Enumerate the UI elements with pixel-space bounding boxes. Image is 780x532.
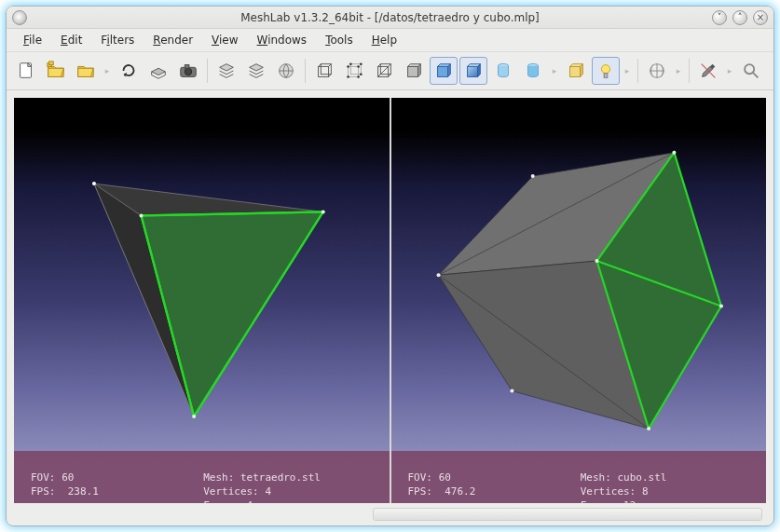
toolbar-overflow-icon-4[interactable]: ▸ [673, 66, 684, 75]
svg-point-18 [347, 75, 349, 78]
toolbar-overflow-icon-2[interactable]: ▸ [549, 66, 560, 75]
toolbar: ▸ ▸ ▸ ▸ ▸ [7, 51, 773, 90]
svg-point-19 [357, 75, 360, 78]
window-title: MeshLab v1.3.2_64bit - [/datos/tetraedro… [7, 11, 773, 24]
menu-render[interactable]: Render [145, 32, 200, 48]
faces-label: Faces: [581, 499, 618, 503]
import-mesh-button[interactable] [72, 57, 100, 85]
globe-button[interactable] [272, 57, 300, 85]
svg-rect-15 [350, 64, 361, 75]
fov-label: FOV: [408, 471, 433, 484]
snapshot-button[interactable] [174, 57, 202, 85]
fps-label: FPS: [408, 485, 433, 498]
svg-rect-30 [408, 66, 418, 76]
viewport-right[interactable]: FOV: 60 FPS: 476.2 Mesh: cubo.stl Vertic… [390, 98, 767, 503]
svg-point-72 [510, 389, 513, 393]
cube-mesh [391, 98, 767, 503]
mesh-value: tetraedro.stl [240, 471, 321, 484]
fps-value: 238.1 [68, 485, 99, 498]
svg-point-22 [360, 73, 363, 75]
svg-point-58 [322, 210, 325, 213]
svg-rect-36 [468, 66, 478, 76]
menubar: File Edit Filters Render View Windows To… [7, 29, 773, 51]
cylinder-b-button[interactable] [519, 57, 547, 85]
light-button[interactable] [592, 57, 620, 85]
menu-file[interactable]: File [16, 32, 49, 48]
svg-point-48 [745, 64, 754, 74]
vertices-label: Vertices: [203, 485, 259, 498]
minimize-button[interactable]: ˅ [712, 10, 727, 25]
viewport-left[interactable]: FOV: 60 FPS: 238.1 Mesh: tetraedro.stl V… [14, 98, 390, 503]
svg-point-44 [601, 65, 609, 74]
svg-point-69 [595, 259, 598, 263]
svg-point-57 [140, 213, 144, 217]
svg-point-66 [436, 273, 440, 277]
svg-marker-43 [581, 64, 583, 77]
flat-shading-button[interactable] [430, 57, 458, 85]
svg-marker-52 [142, 211, 323, 416]
select-face-button[interactable] [562, 57, 590, 85]
toolbar-overflow-icon[interactable]: ▸ [102, 66, 113, 75]
svg-point-71 [647, 427, 650, 430]
svg-point-21 [360, 62, 363, 65]
svg-point-56 [92, 182, 96, 185]
svg-marker-32 [418, 64, 421, 77]
menu-help[interactable]: Help [364, 32, 404, 48]
content-area: FOV: 60 FPS: 238.1 Mesh: tetraedro.stl V… [7, 90, 773, 525]
bbox-button[interactable] [310, 57, 338, 85]
export-mesh-button[interactable] [144, 57, 172, 85]
layers-a-button[interactable] [212, 57, 240, 85]
menu-filters[interactable]: Filters [93, 32, 142, 48]
maximize-button[interactable]: ˄ [732, 10, 747, 25]
toolbar-overflow-icon-3[interactable]: ▸ [622, 66, 633, 75]
new-project-button[interactable] [12, 57, 40, 85]
vertices-value: 8 [642, 485, 649, 498]
mesh-label: Mesh: [581, 471, 611, 484]
application-window: MeshLab v1.3.2_64bit - [/datos/tetraedro… [6, 6, 774, 526]
menu-view[interactable]: View [204, 32, 245, 48]
layers-b-button[interactable] [242, 57, 270, 85]
toolbar-overflow-icon-5[interactable]: ▸ [724, 66, 735, 75]
svg-point-68 [672, 151, 676, 155]
app-icon [12, 10, 27, 25]
svg-line-49 [753, 73, 759, 78]
svg-rect-9 [319, 66, 329, 76]
faces-value: 12 [623, 499, 636, 503]
horizontal-scrollbar[interactable] [373, 508, 762, 521]
menu-tools[interactable]: Tools [318, 32, 361, 48]
tetrahedron-mesh [14, 98, 390, 503]
svg-point-6 [185, 68, 191, 75]
mesh-value: cubo.stl [617, 471, 666, 484]
svg-rect-7 [185, 65, 189, 69]
menu-windows[interactable]: Windows [250, 32, 315, 48]
mesh-label: Mesh: [203, 471, 234, 484]
menu-edit[interactable]: Edit [53, 32, 89, 48]
svg-point-16 [347, 65, 349, 68]
flatlines-button[interactable] [400, 57, 428, 85]
fps-label: FPS: [31, 485, 56, 498]
globe-wire-button[interactable] [643, 57, 671, 85]
faces-value: 4 [247, 499, 253, 503]
titlebar[interactable]: MeshLab v1.3.2_64bit - [/datos/tetraedro… [7, 7, 773, 29]
reload-button[interactable] [115, 57, 143, 85]
vertices-value: 4 [265, 485, 271, 498]
viewport-left-info: FOV: 60 FPS: 238.1 Mesh: tetraedro.stl V… [14, 451, 390, 503]
fov-label: FOV: [31, 471, 56, 484]
faces-label: Faces: [203, 499, 240, 503]
svg-marker-38 [478, 64, 481, 77]
smooth-shading-button[interactable] [459, 57, 487, 85]
svg-marker-35 [448, 64, 451, 77]
close-button[interactable]: × [753, 10, 768, 25]
svg-point-67 [530, 174, 534, 178]
svg-point-17 [357, 65, 360, 68]
svg-rect-45 [604, 74, 608, 78]
points-button[interactable] [340, 57, 368, 85]
brush-button[interactable] [694, 57, 722, 85]
search-button[interactable] [737, 57, 765, 85]
status-scroll-area [12, 505, 768, 525]
cylinder-a-button[interactable] [489, 57, 517, 85]
viewport-right-info: FOV: 60 FPS: 476.2 Mesh: cubo.stl Vertic… [391, 451, 767, 503]
vertices-label: Vertices: [581, 485, 636, 498]
open-project-button[interactable] [42, 57, 70, 85]
wireframe-button[interactable] [370, 57, 398, 85]
